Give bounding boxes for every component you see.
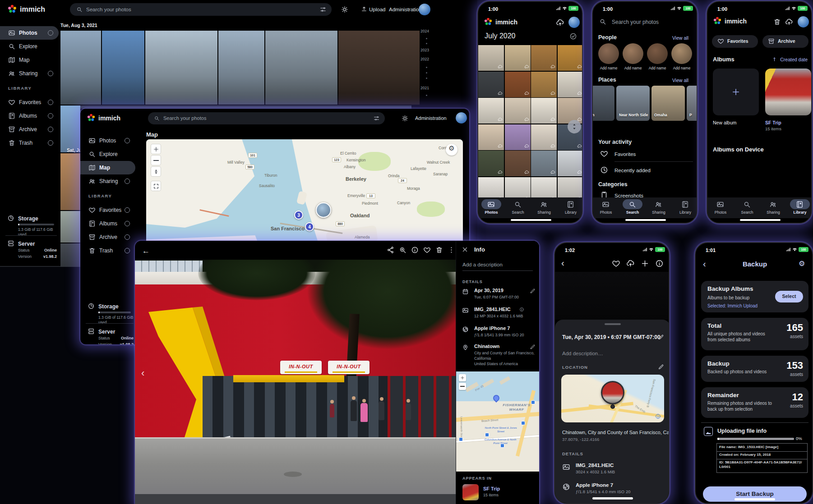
info-map[interactable]: Pier 45FISHERMAN'S WHARFBeach StreetNort… bbox=[456, 371, 539, 472]
photo-thumb[interactable] bbox=[505, 124, 531, 150]
infoc-icon[interactable] bbox=[655, 259, 664, 268]
search-bar[interactable]: Search your photos bbox=[70, 3, 332, 16]
photo-thumb[interactable] bbox=[531, 98, 557, 124]
home-indicator[interactable] bbox=[511, 219, 551, 221]
photo-thumb[interactable] bbox=[60, 153, 80, 210]
photo-thumb[interactable] bbox=[145, 31, 217, 105]
upload-icon[interactable] bbox=[361, 6, 367, 12]
home-indicator[interactable] bbox=[625, 219, 666, 221]
sun-icon[interactable] bbox=[402, 115, 408, 122]
photos-icon[interactable] bbox=[602, 201, 610, 208]
album-icon[interactable] bbox=[681, 201, 689, 208]
search-input[interactable]: Search your photos bbox=[612, 19, 684, 25]
place-thumb[interactable]: Near North Side bbox=[616, 86, 650, 121]
photo-thumb[interactable] bbox=[478, 124, 504, 150]
search-input[interactable]: Search your photos bbox=[86, 6, 222, 14]
photo-thumb[interactable] bbox=[60, 105, 411, 109]
photo-thumb[interactable] bbox=[265, 31, 337, 105]
photo-thumb[interactable] bbox=[505, 177, 531, 198]
photo-thumb[interactable] bbox=[60, 243, 80, 267]
sidebar-item-archive[interactable]: Archive bbox=[0, 123, 59, 136]
photo-thumb[interactable] bbox=[218, 31, 264, 105]
people-icon[interactable] bbox=[655, 201, 662, 208]
sidebar-item-trash[interactable]: Trash bbox=[80, 244, 135, 257]
search-icon[interactable] bbox=[514, 201, 522, 208]
trash-icon[interactable] bbox=[773, 18, 781, 26]
infoc-icon[interactable] bbox=[519, 307, 524, 312]
info-map-zoom-in-button[interactable] bbox=[459, 374, 466, 381]
photo-thumb[interactable] bbox=[478, 177, 504, 198]
photo-thumb[interactable] bbox=[531, 45, 557, 71]
search-icon[interactable] bbox=[599, 18, 606, 25]
album-icon[interactable] bbox=[567, 201, 574, 208]
sidebar-item-map[interactable]: Map bbox=[80, 161, 135, 174]
new-album-tile[interactable] bbox=[713, 69, 759, 115]
pencil-icon[interactable] bbox=[658, 364, 664, 370]
chip-archive[interactable]: Archive bbox=[762, 35, 808, 48]
photo-thumb[interactable] bbox=[531, 151, 557, 176]
info-map-zoom-out-button[interactable] bbox=[459, 383, 466, 390]
clock-icon[interactable] bbox=[600, 166, 608, 174]
map-photo-marker[interactable] bbox=[316, 202, 331, 218]
sidebar-item-favorites[interactable]: Favorites bbox=[80, 203, 135, 217]
tune-icon[interactable] bbox=[374, 115, 379, 121]
gear-icon[interactable]: ⚙ bbox=[799, 259, 808, 268]
add-name-label[interactable]: Add name bbox=[621, 66, 645, 71]
photo-thumb[interactable] bbox=[478, 98, 504, 124]
tab-photos[interactable]: Photos bbox=[708, 210, 733, 215]
heart-icon[interactable] bbox=[600, 150, 608, 158]
sidebar-item-map[interactable]: Map bbox=[0, 53, 59, 67]
upload-button[interactable]: Upload bbox=[369, 6, 392, 13]
place-thumb[interactable]: P bbox=[687, 86, 698, 121]
sidebar-item-photos[interactable]: Photos bbox=[0, 26, 59, 40]
sidebar-item-sharing[interactable]: Sharing bbox=[0, 67, 59, 80]
cloudup-icon[interactable] bbox=[556, 18, 564, 27]
add-description-input[interactable]: Add a description bbox=[462, 261, 530, 268]
map-zoom-in-button[interactable] bbox=[151, 144, 161, 154]
map-zoom-bearing-button[interactable] bbox=[151, 166, 161, 177]
photo-thumb[interactable] bbox=[505, 98, 531, 124]
album-title[interactable]: SF Trip bbox=[483, 486, 519, 492]
drag-handle[interactable] bbox=[605, 323, 621, 325]
timeline-year[interactable]: 2022 bbox=[420, 57, 436, 62]
favorites-item[interactable]: Favorites bbox=[614, 151, 660, 157]
user-avatar[interactable] bbox=[419, 4, 430, 15]
map-settings-button[interactable]: ⚙ bbox=[446, 144, 457, 156]
cloudup-icon[interactable] bbox=[626, 259, 635, 268]
photo-thumb[interactable] bbox=[531, 177, 557, 198]
trash-icon[interactable] bbox=[435, 246, 443, 254]
sidebar-item-photos[interactable]: Photos bbox=[80, 134, 135, 147]
add-description-input[interactable]: Add description… bbox=[562, 350, 643, 357]
photo-thumb[interactable] bbox=[102, 31, 144, 105]
photo-thumb[interactable] bbox=[60, 105, 80, 152]
pencil-icon[interactable] bbox=[530, 344, 536, 350]
map-fullscreen-button[interactable] bbox=[151, 181, 161, 191]
photo-thumb[interactable] bbox=[478, 151, 504, 176]
timeline-year[interactable]: 2023 bbox=[420, 48, 436, 53]
plus-icon[interactable] bbox=[641, 259, 649, 268]
heart-icon[interactable] bbox=[612, 259, 620, 268]
person-face[interactable] bbox=[598, 43, 619, 64]
photo-thumb[interactable] bbox=[478, 45, 504, 71]
view-all-link[interactable]: View all bbox=[672, 78, 694, 83]
user-avatar[interactable] bbox=[568, 17, 580, 28]
sun-icon[interactable] bbox=[341, 6, 348, 13]
zoomp-icon[interactable] bbox=[399, 246, 406, 254]
tab-photos[interactable]: Photos bbox=[593, 210, 619, 215]
sidebar-item-albums[interactable]: Albums bbox=[0, 109, 59, 123]
back-icon[interactable]: ‹ bbox=[561, 257, 568, 268]
previous-photo-icon[interactable]: ‹ bbox=[141, 367, 149, 380]
tab-library[interactable]: Library bbox=[558, 210, 583, 215]
person-face[interactable] bbox=[623, 43, 643, 64]
close-icon[interactable] bbox=[462, 246, 468, 253]
sort-created-date[interactable]: Created date bbox=[779, 57, 808, 63]
album-icon[interactable] bbox=[796, 201, 804, 208]
photo-collapsed[interactable] bbox=[555, 272, 670, 320]
sidebar-item-albums[interactable]: Albums bbox=[80, 217, 135, 230]
tab-search[interactable]: Search bbox=[734, 210, 760, 215]
tune-icon[interactable] bbox=[320, 6, 326, 13]
photo-thumb[interactable] bbox=[558, 98, 583, 124]
person-face[interactable] bbox=[647, 43, 668, 64]
sidebar-item-sharing[interactable]: Sharing bbox=[80, 174, 135, 188]
cloudup-icon[interactable] bbox=[785, 18, 793, 26]
